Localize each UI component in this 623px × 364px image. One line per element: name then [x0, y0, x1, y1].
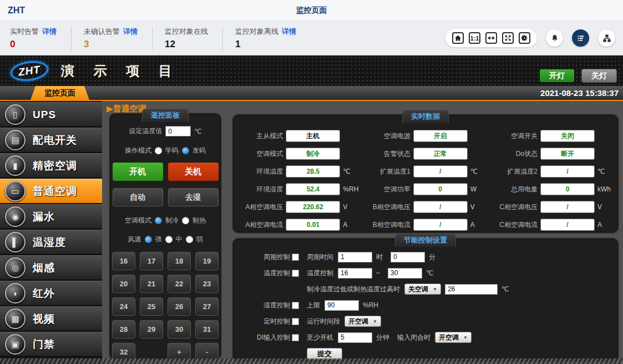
sidebar-item-ups[interactable]: ▯ UPS: [0, 102, 102, 127]
humidity-control-checkbox[interactable]: [292, 302, 299, 309]
device-list-icon[interactable]: [572, 29, 589, 47]
radio-send-code[interactable]: [182, 147, 189, 154]
radio-label: 中: [176, 235, 183, 244]
overtemp-value-input[interactable]: [445, 284, 498, 295]
unconfirmed-alarm-detail-link[interactable]: 详情: [123, 27, 138, 36]
sidebar-item-smoke[interactable]: ◎ 烟感: [0, 255, 102, 280]
radio-heating[interactable]: [182, 217, 189, 224]
field-unit: A: [597, 221, 615, 229]
power-on-button[interactable]: 开机: [113, 163, 163, 181]
light-off-button[interactable]: 关灯: [582, 69, 616, 82]
radio-learn-code[interactable]: [155, 147, 162, 154]
sidebar-item-water-leak[interactable]: ◉ 漏水: [0, 204, 102, 229]
radio-fan-medium[interactable]: [165, 236, 173, 243]
logo-text: ZHT: [18, 63, 42, 78]
op-mode-label: 操作模式: [125, 146, 151, 155]
stat-label: 未确认告警: [84, 27, 120, 36]
min-on-input[interactable]: [338, 332, 372, 343]
temp-range-label: 温度控制: [307, 269, 333, 278]
sidebar-item-temp-humidity[interactable]: ▌ 温湿度: [0, 230, 102, 255]
submit-button[interactable]: 提交: [307, 348, 342, 360]
field-label: A相空调电压: [234, 203, 283, 212]
temp-button-29[interactable]: 29: [140, 320, 163, 338]
alarm-bell-icon[interactable]: [546, 29, 563, 47]
auto-mode-button[interactable]: 自动: [113, 188, 163, 206]
timer-action-select[interactable]: 开空调▼: [345, 316, 381, 327]
sidebar-item-infrared[interactable]: ◗ 红外: [0, 281, 102, 306]
cycle-minutes-input[interactable]: [391, 252, 425, 262]
di-control-checkbox[interactable]: [292, 334, 299, 341]
field-ac-power-w: 空调功率0W: [361, 184, 488, 195]
light-on-button[interactable]: 开灯: [540, 69, 574, 82]
overtemp-action-select[interactable]: 关空调▼: [404, 284, 441, 295]
realtime-alarm-detail-link[interactable]: 详情: [42, 27, 57, 36]
cycle-control-label: 周期控制: [250, 252, 290, 262]
temp-button-26[interactable]: 26: [168, 297, 191, 316]
top-nav: ZHT 监控页面: [0, 0, 623, 21]
power-off-button[interactable]: 关机: [168, 163, 219, 181]
temp-button-23[interactable]: 23: [195, 275, 219, 293]
temp-button-31[interactable]: 31: [195, 320, 219, 338]
humidity-limit-input[interactable]: [325, 300, 359, 311]
field-label: C相空调电压: [488, 203, 538, 212]
remote-control-panel: 遥控面板 设定温度值 ℃ 操作模式 学码 发码 开机 关机 自动 去湿: [110, 114, 221, 360]
section-title: ▶普通空调: [107, 104, 146, 114]
topology-icon[interactable]: [598, 29, 615, 47]
run-period-label: 运行时间段: [307, 317, 340, 326]
temp-button-18[interactable]: 18: [168, 252, 191, 270]
temp-plus-button[interactable]: +: [168, 343, 191, 361]
field-voltage-a: A相空调电压220.62V: [234, 201, 361, 213]
temp-minus-button[interactable]: -: [195, 343, 219, 361]
field-current-c: C相空调电流/A: [488, 219, 615, 230]
timer-control-checkbox[interactable]: [292, 318, 299, 325]
tab-monitor-page[interactable]: 监控页面: [31, 86, 89, 100]
temp-button-25[interactable]: 25: [140, 297, 163, 316]
temp-button-28[interactable]: 28: [112, 320, 135, 338]
temp-button-30[interactable]: 30: [168, 320, 191, 338]
home-icon[interactable]: [452, 32, 464, 44]
field-value: 0.01: [286, 219, 340, 230]
field-ext-temp-2: 扩展温度2/℃: [488, 166, 615, 177]
smoke-detector-icon: ◎: [5, 257, 26, 278]
humidity-control-row: 湿度控制 上限 %RH: [250, 300, 617, 311]
ups-icon: ▯: [5, 104, 26, 125]
field-label: B相空调电压: [361, 203, 410, 212]
settings-gear-icon[interactable]: [519, 32, 530, 44]
temp-max-input[interactable]: [388, 268, 422, 279]
temp-button-27[interactable]: 27: [195, 297, 219, 316]
sidebar-item-precision-ac[interactable]: ▮ 精密空调: [0, 153, 102, 178]
set-temp-input[interactable]: [165, 126, 191, 136]
temp-button-17[interactable]: 17: [140, 252, 163, 270]
zoom-one-to-one-icon[interactable]: 1:1: [469, 32, 480, 44]
field-ac-switch: 空调开关关闭: [488, 130, 615, 141]
cycle-control-checkbox[interactable]: [292, 254, 299, 261]
temp-control-checkbox[interactable]: [292, 270, 299, 277]
temp-button-32[interactable]: 32: [112, 343, 135, 361]
temp-button-19[interactable]: 19: [195, 252, 219, 270]
offline-detail-link[interactable]: 详情: [282, 27, 296, 36]
fit-screen-icon[interactable]: [502, 32, 514, 44]
temp-button-16[interactable]: 16: [112, 252, 135, 270]
di-action-select[interactable]: 开空调▼: [435, 332, 472, 343]
dehumidify-button[interactable]: 去湿: [168, 188, 219, 206]
field-label: A相空调电流: [234, 220, 283, 230]
field-label: 空调开关: [488, 132, 538, 141]
field-unit: A: [343, 221, 361, 229]
min-on-label: 至少开机: [307, 333, 333, 342]
fit-width-icon[interactable]: [485, 32, 497, 44]
radio-fan-high[interactable]: [145, 236, 152, 243]
temp-min-input[interactable]: [338, 268, 372, 279]
temp-button-24[interactable]: 24: [112, 297, 135, 316]
sidebar-item-normal-ac[interactable]: ▭ 普通空调: [0, 179, 102, 204]
temp-button-21[interactable]: 21: [140, 275, 163, 293]
radio-fan-low[interactable]: [186, 236, 193, 243]
set-temp-label: 设定温度值: [129, 127, 162, 136]
sidebar-item-access-control[interactable]: ▣ 门禁: [0, 332, 102, 357]
temp-button-20[interactable]: 20: [112, 275, 135, 293]
radio-cooling[interactable]: [155, 217, 162, 224]
cycle-hours-input[interactable]: [338, 252, 372, 262]
sidebar-item-power-switch[interactable]: ▤ 配电开关: [0, 128, 102, 153]
remote-panel-tab: 遥控面板: [142, 109, 189, 122]
temp-button-22[interactable]: 22: [168, 275, 191, 293]
sidebar-item-video[interactable]: ▦ 视频: [0, 306, 102, 331]
